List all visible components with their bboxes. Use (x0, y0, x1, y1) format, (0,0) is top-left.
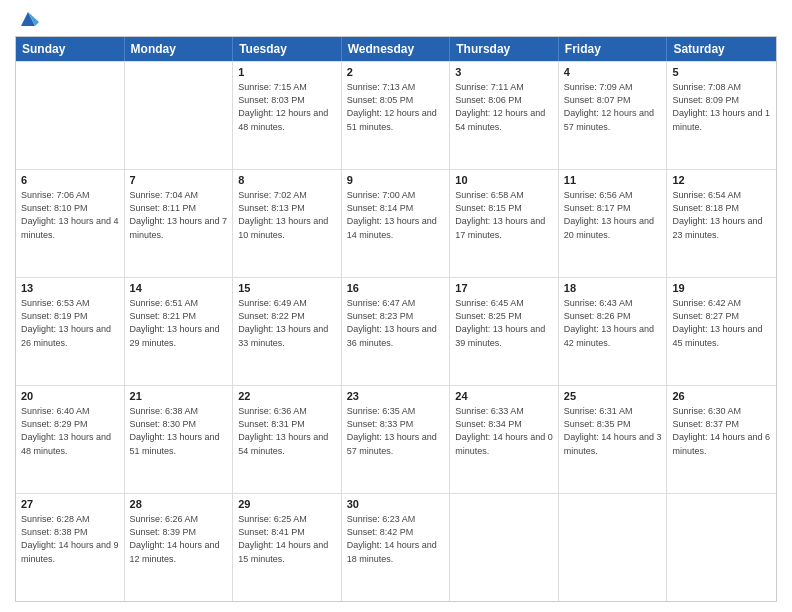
logo (15, 10, 39, 28)
calendar-cell-1-3: 9Sunrise: 7:00 AM Sunset: 8:14 PM Daylig… (342, 170, 451, 277)
cell-info: Sunrise: 6:25 AM Sunset: 8:41 PM Dayligh… (238, 513, 336, 565)
cell-info: Sunrise: 6:51 AM Sunset: 8:21 PM Dayligh… (130, 297, 228, 349)
calendar-row-1: 6Sunrise: 7:06 AM Sunset: 8:10 PM Daylig… (16, 169, 776, 277)
header (15, 10, 777, 28)
day-number: 7 (130, 173, 228, 188)
day-number: 11 (564, 173, 662, 188)
calendar-cell-4-3: 30Sunrise: 6:23 AM Sunset: 8:42 PM Dayli… (342, 494, 451, 601)
day-number: 17 (455, 281, 553, 296)
day-number: 12 (672, 173, 771, 188)
calendar-cell-3-1: 21Sunrise: 6:38 AM Sunset: 8:30 PM Dayli… (125, 386, 234, 493)
day-number: 6 (21, 173, 119, 188)
day-number: 8 (238, 173, 336, 188)
calendar-cell-4-6 (667, 494, 776, 601)
cell-info: Sunrise: 7:06 AM Sunset: 8:10 PM Dayligh… (21, 189, 119, 241)
day-header-saturday: Saturday (667, 37, 776, 61)
cell-info: Sunrise: 7:00 AM Sunset: 8:14 PM Dayligh… (347, 189, 445, 241)
cell-info: Sunrise: 7:15 AM Sunset: 8:03 PM Dayligh… (238, 81, 336, 133)
calendar-cell-2-5: 18Sunrise: 6:43 AM Sunset: 8:26 PM Dayli… (559, 278, 668, 385)
cell-info: Sunrise: 7:09 AM Sunset: 8:07 PM Dayligh… (564, 81, 662, 133)
cell-info: Sunrise: 6:30 AM Sunset: 8:37 PM Dayligh… (672, 405, 771, 457)
page: SundayMondayTuesdayWednesdayThursdayFrid… (0, 0, 792, 612)
calendar-row-0: 1Sunrise: 7:15 AM Sunset: 8:03 PM Daylig… (16, 61, 776, 169)
calendar-cell-3-0: 20Sunrise: 6:40 AM Sunset: 8:29 PM Dayli… (16, 386, 125, 493)
calendar-cell-4-5 (559, 494, 668, 601)
day-header-monday: Monday (125, 37, 234, 61)
day-number: 19 (672, 281, 771, 296)
calendar-cell-2-0: 13Sunrise: 6:53 AM Sunset: 8:19 PM Dayli… (16, 278, 125, 385)
calendar-row-3: 20Sunrise: 6:40 AM Sunset: 8:29 PM Dayli… (16, 385, 776, 493)
day-number: 1 (238, 65, 336, 80)
day-number: 27 (21, 497, 119, 512)
cell-info: Sunrise: 6:26 AM Sunset: 8:39 PM Dayligh… (130, 513, 228, 565)
day-number: 9 (347, 173, 445, 188)
day-number: 30 (347, 497, 445, 512)
cell-info: Sunrise: 6:56 AM Sunset: 8:17 PM Dayligh… (564, 189, 662, 241)
calendar-row-4: 27Sunrise: 6:28 AM Sunset: 8:38 PM Dayli… (16, 493, 776, 601)
calendar-cell-2-3: 16Sunrise: 6:47 AM Sunset: 8:23 PM Dayli… (342, 278, 451, 385)
day-number: 20 (21, 389, 119, 404)
cell-info: Sunrise: 6:42 AM Sunset: 8:27 PM Dayligh… (672, 297, 771, 349)
calendar-cell-1-1: 7Sunrise: 7:04 AM Sunset: 8:11 PM Daylig… (125, 170, 234, 277)
cell-info: Sunrise: 6:53 AM Sunset: 8:19 PM Dayligh… (21, 297, 119, 349)
cell-info: Sunrise: 7:04 AM Sunset: 8:11 PM Dayligh… (130, 189, 228, 241)
day-number: 25 (564, 389, 662, 404)
calendar-cell-4-4 (450, 494, 559, 601)
calendar-cell-0-4: 3Sunrise: 7:11 AM Sunset: 8:06 PM Daylig… (450, 62, 559, 169)
day-number: 2 (347, 65, 445, 80)
calendar-cell-3-4: 24Sunrise: 6:33 AM Sunset: 8:34 PM Dayli… (450, 386, 559, 493)
cell-info: Sunrise: 7:13 AM Sunset: 8:05 PM Dayligh… (347, 81, 445, 133)
day-header-wednesday: Wednesday (342, 37, 451, 61)
cell-info: Sunrise: 7:11 AM Sunset: 8:06 PM Dayligh… (455, 81, 553, 133)
calendar-cell-2-1: 14Sunrise: 6:51 AM Sunset: 8:21 PM Dayli… (125, 278, 234, 385)
day-number: 23 (347, 389, 445, 404)
calendar-cell-3-5: 25Sunrise: 6:31 AM Sunset: 8:35 PM Dayli… (559, 386, 668, 493)
calendar-cell-0-6: 5Sunrise: 7:08 AM Sunset: 8:09 PM Daylig… (667, 62, 776, 169)
calendar-cell-4-1: 28Sunrise: 6:26 AM Sunset: 8:39 PM Dayli… (125, 494, 234, 601)
calendar-cell-2-4: 17Sunrise: 6:45 AM Sunset: 8:25 PM Dayli… (450, 278, 559, 385)
day-number: 13 (21, 281, 119, 296)
calendar-cell-1-4: 10Sunrise: 6:58 AM Sunset: 8:15 PM Dayli… (450, 170, 559, 277)
cell-info: Sunrise: 6:47 AM Sunset: 8:23 PM Dayligh… (347, 297, 445, 349)
cell-info: Sunrise: 6:23 AM Sunset: 8:42 PM Dayligh… (347, 513, 445, 565)
calendar-cell-1-0: 6Sunrise: 7:06 AM Sunset: 8:10 PM Daylig… (16, 170, 125, 277)
day-header-thursday: Thursday (450, 37, 559, 61)
calendar-cell-0-1 (125, 62, 234, 169)
day-number: 18 (564, 281, 662, 296)
day-number: 4 (564, 65, 662, 80)
calendar-cell-0-0 (16, 62, 125, 169)
calendar-cell-3-6: 26Sunrise: 6:30 AM Sunset: 8:37 PM Dayli… (667, 386, 776, 493)
calendar-cell-3-2: 22Sunrise: 6:36 AM Sunset: 8:31 PM Dayli… (233, 386, 342, 493)
day-number: 21 (130, 389, 228, 404)
calendar-cell-0-2: 1Sunrise: 7:15 AM Sunset: 8:03 PM Daylig… (233, 62, 342, 169)
calendar-cell-3-3: 23Sunrise: 6:35 AM Sunset: 8:33 PM Dayli… (342, 386, 451, 493)
cell-info: Sunrise: 6:49 AM Sunset: 8:22 PM Dayligh… (238, 297, 336, 349)
day-number: 29 (238, 497, 336, 512)
cell-info: Sunrise: 7:02 AM Sunset: 8:13 PM Dayligh… (238, 189, 336, 241)
day-number: 5 (672, 65, 771, 80)
day-number: 14 (130, 281, 228, 296)
day-header-friday: Friday (559, 37, 668, 61)
cell-info: Sunrise: 7:08 AM Sunset: 8:09 PM Dayligh… (672, 81, 771, 133)
calendar-header: SundayMondayTuesdayWednesdayThursdayFrid… (16, 37, 776, 61)
day-header-sunday: Sunday (16, 37, 125, 61)
calendar-cell-1-6: 12Sunrise: 6:54 AM Sunset: 8:18 PM Dayli… (667, 170, 776, 277)
day-number: 15 (238, 281, 336, 296)
cell-info: Sunrise: 6:36 AM Sunset: 8:31 PM Dayligh… (238, 405, 336, 457)
calendar-cell-0-3: 2Sunrise: 7:13 AM Sunset: 8:05 PM Daylig… (342, 62, 451, 169)
calendar-cell-2-6: 19Sunrise: 6:42 AM Sunset: 8:27 PM Dayli… (667, 278, 776, 385)
cell-info: Sunrise: 6:28 AM Sunset: 8:38 PM Dayligh… (21, 513, 119, 565)
calendar-body: 1Sunrise: 7:15 AM Sunset: 8:03 PM Daylig… (16, 61, 776, 601)
day-number: 10 (455, 173, 553, 188)
calendar-cell-2-2: 15Sunrise: 6:49 AM Sunset: 8:22 PM Dayli… (233, 278, 342, 385)
calendar-cell-1-5: 11Sunrise: 6:56 AM Sunset: 8:17 PM Dayli… (559, 170, 668, 277)
calendar-cell-4-2: 29Sunrise: 6:25 AM Sunset: 8:41 PM Dayli… (233, 494, 342, 601)
calendar-cell-1-2: 8Sunrise: 7:02 AM Sunset: 8:13 PM Daylig… (233, 170, 342, 277)
day-number: 3 (455, 65, 553, 80)
cell-info: Sunrise: 6:38 AM Sunset: 8:30 PM Dayligh… (130, 405, 228, 457)
day-number: 28 (130, 497, 228, 512)
calendar-cell-4-0: 27Sunrise: 6:28 AM Sunset: 8:38 PM Dayli… (16, 494, 125, 601)
calendar-cell-0-5: 4Sunrise: 7:09 AM Sunset: 8:07 PM Daylig… (559, 62, 668, 169)
day-number: 22 (238, 389, 336, 404)
cell-info: Sunrise: 6:33 AM Sunset: 8:34 PM Dayligh… (455, 405, 553, 457)
